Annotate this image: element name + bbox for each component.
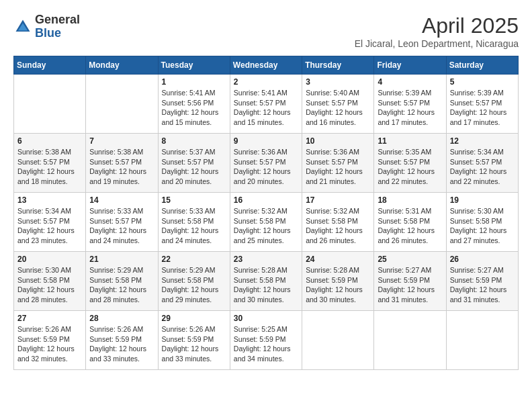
- day-info: Sunrise: 5:25 AMSunset: 5:59 PMDaylight:…: [234, 324, 298, 364]
- day-info: Sunrise: 5:38 AMSunset: 5:57 PMDaylight:…: [89, 147, 154, 187]
- day-cell: [86, 75, 158, 134]
- day-number: 26: [450, 255, 515, 264]
- day-cell: 20Sunrise: 5:30 AMSunset: 5:58 PMDayligh…: [14, 252, 86, 311]
- day-cell: 9Sunrise: 5:36 AMSunset: 5:57 PMDaylight…: [230, 134, 302, 193]
- day-number: 19: [450, 195, 515, 205]
- day-number: 5: [450, 77, 515, 87]
- day-number: 20: [17, 255, 82, 264]
- week-row-2: 6Sunrise: 5:38 AMSunset: 5:57 PMDaylight…: [14, 134, 519, 193]
- day-number: 16: [234, 195, 298, 205]
- day-info: Sunrise: 5:30 AMSunset: 5:58 PMDaylight:…: [450, 206, 515, 246]
- day-number: 25: [378, 255, 442, 264]
- calendar-table: SundayMondayTuesdayWednesdayThursdayFrid…: [13, 56, 519, 370]
- day-cell: 14Sunrise: 5:33 AMSunset: 5:57 PMDayligh…: [86, 193, 158, 252]
- day-cell: 7Sunrise: 5:38 AMSunset: 5:57 PMDaylight…: [86, 134, 158, 193]
- day-of-week-tuesday: Tuesday: [158, 56, 230, 75]
- day-cell: 27Sunrise: 5:26 AMSunset: 5:59 PMDayligh…: [14, 311, 86, 370]
- logo-icon: [13, 17, 32, 36]
- day-cell: 26Sunrise: 5:27 AMSunset: 5:59 PMDayligh…: [446, 252, 518, 311]
- day-info: Sunrise: 5:39 AMSunset: 5:57 PMDaylight:…: [378, 88, 442, 128]
- day-cell: 24Sunrise: 5:28 AMSunset: 5:59 PMDayligh…: [302, 252, 374, 311]
- day-number: 13: [17, 195, 82, 205]
- day-info: Sunrise: 5:32 AMSunset: 5:58 PMDaylight:…: [306, 206, 370, 246]
- day-cell: [446, 311, 518, 370]
- day-number: 18: [378, 195, 442, 205]
- day-number: 24: [306, 255, 370, 264]
- day-number: 1: [162, 77, 226, 87]
- day-cell: 4Sunrise: 5:39 AMSunset: 5:57 PMDaylight…: [374, 75, 446, 134]
- day-info: Sunrise: 5:36 AMSunset: 5:57 PMDaylight:…: [306, 147, 370, 187]
- day-number: 15: [162, 195, 226, 205]
- day-cell: 8Sunrise: 5:37 AMSunset: 5:57 PMDaylight…: [158, 134, 230, 193]
- day-info: Sunrise: 5:27 AMSunset: 5:59 PMDaylight:…: [378, 265, 442, 305]
- day-number: 27: [17, 314, 82, 323]
- day-info: Sunrise: 5:28 AMSunset: 5:59 PMDaylight:…: [306, 265, 370, 305]
- day-cell: 15Sunrise: 5:33 AMSunset: 5:58 PMDayligh…: [158, 193, 230, 252]
- day-number: 28: [89, 314, 154, 323]
- day-cell: 19Sunrise: 5:30 AMSunset: 5:58 PMDayligh…: [446, 193, 518, 252]
- day-info: Sunrise: 5:33 AMSunset: 5:58 PMDaylight:…: [162, 206, 226, 246]
- day-info: Sunrise: 5:27 AMSunset: 5:59 PMDaylight:…: [450, 265, 515, 305]
- day-number: 17: [306, 195, 370, 205]
- day-of-week-thursday: Thursday: [302, 56, 374, 75]
- day-of-week-sunday: Sunday: [14, 56, 86, 75]
- day-info: Sunrise: 5:33 AMSunset: 5:57 PMDaylight:…: [89, 206, 154, 246]
- day-info: Sunrise: 5:26 AMSunset: 5:59 PMDaylight:…: [162, 324, 226, 364]
- day-cell: 16Sunrise: 5:32 AMSunset: 5:58 PMDayligh…: [230, 193, 302, 252]
- day-number: 12: [450, 136, 515, 146]
- day-number: 8: [162, 136, 226, 146]
- day-info: Sunrise: 5:41 AMSunset: 5:56 PMDaylight:…: [162, 88, 226, 128]
- day-cell: 13Sunrise: 5:34 AMSunset: 5:57 PMDayligh…: [14, 193, 86, 252]
- day-info: Sunrise: 5:28 AMSunset: 5:58 PMDaylight:…: [234, 265, 298, 305]
- day-info: Sunrise: 5:37 AMSunset: 5:57 PMDaylight:…: [162, 147, 226, 187]
- day-of-week-wednesday: Wednesday: [230, 56, 302, 75]
- day-cell: 3Sunrise: 5:40 AMSunset: 5:57 PMDaylight…: [302, 75, 374, 134]
- location-subtitle: El Jicaral, Leon Department, Nicaragua: [355, 38, 519, 49]
- day-info: Sunrise: 5:34 AMSunset: 5:57 PMDaylight:…: [450, 147, 515, 187]
- day-number: 4: [378, 77, 442, 87]
- day-of-week-friday: Friday: [374, 56, 446, 75]
- logo-text: General Blue: [35, 13, 80, 40]
- calendar-body: 1Sunrise: 5:41 AMSunset: 5:56 PMDaylight…: [14, 75, 519, 370]
- day-cell: 22Sunrise: 5:29 AMSunset: 5:58 PMDayligh…: [158, 252, 230, 311]
- day-cell: 23Sunrise: 5:28 AMSunset: 5:58 PMDayligh…: [230, 252, 302, 311]
- day-number: 11: [378, 136, 442, 146]
- day-of-week-monday: Monday: [86, 56, 158, 75]
- day-number: 6: [17, 136, 82, 146]
- day-cell: 11Sunrise: 5:35 AMSunset: 5:57 PMDayligh…: [374, 134, 446, 193]
- day-cell: [374, 311, 446, 370]
- day-info: Sunrise: 5:32 AMSunset: 5:58 PMDaylight:…: [234, 206, 298, 246]
- week-row-4: 20Sunrise: 5:30 AMSunset: 5:58 PMDayligh…: [14, 252, 519, 311]
- day-number: 2: [234, 77, 298, 87]
- day-number: 9: [234, 136, 298, 146]
- day-info: Sunrise: 5:29 AMSunset: 5:58 PMDaylight:…: [162, 265, 226, 305]
- day-info: Sunrise: 5:29 AMSunset: 5:58 PMDaylight:…: [89, 265, 154, 305]
- day-info: Sunrise: 5:38 AMSunset: 5:57 PMDaylight:…: [17, 147, 82, 187]
- day-cell: 18Sunrise: 5:31 AMSunset: 5:58 PMDayligh…: [374, 193, 446, 252]
- day-info: Sunrise: 5:34 AMSunset: 5:57 PMDaylight:…: [17, 206, 82, 246]
- day-number: 22: [162, 255, 226, 264]
- day-cell: 17Sunrise: 5:32 AMSunset: 5:58 PMDayligh…: [302, 193, 374, 252]
- day-info: Sunrise: 5:26 AMSunset: 5:59 PMDaylight:…: [17, 324, 82, 364]
- day-cell: 12Sunrise: 5:34 AMSunset: 5:57 PMDayligh…: [446, 134, 518, 193]
- day-cell: 2Sunrise: 5:41 AMSunset: 5:57 PMDaylight…: [230, 75, 302, 134]
- day-cell: 1Sunrise: 5:41 AMSunset: 5:56 PMDaylight…: [158, 75, 230, 134]
- day-info: Sunrise: 5:40 AMSunset: 5:57 PMDaylight:…: [306, 88, 370, 128]
- day-of-week-saturday: Saturday: [446, 56, 518, 75]
- calendar-header: SundayMondayTuesdayWednesdayThursdayFrid…: [14, 56, 519, 75]
- title-block: April 2025 El Jicaral, Leon Department, …: [355, 13, 519, 49]
- page-header: General Blue April 2025 El Jicaral, Leon…: [13, 13, 519, 49]
- week-row-3: 13Sunrise: 5:34 AMSunset: 5:57 PMDayligh…: [14, 193, 519, 252]
- day-cell: 21Sunrise: 5:29 AMSunset: 5:58 PMDayligh…: [86, 252, 158, 311]
- day-number: 21: [89, 255, 154, 264]
- day-cell: 5Sunrise: 5:39 AMSunset: 5:57 PMDaylight…: [446, 75, 518, 134]
- day-number: 7: [89, 136, 154, 146]
- logo: General Blue: [13, 13, 80, 40]
- day-cell: 6Sunrise: 5:38 AMSunset: 5:57 PMDaylight…: [14, 134, 86, 193]
- month-title: April 2025: [355, 13, 519, 38]
- logo-blue-text: Blue: [35, 27, 80, 40]
- day-cell: 25Sunrise: 5:27 AMSunset: 5:59 PMDayligh…: [374, 252, 446, 311]
- day-number: 29: [162, 314, 226, 323]
- day-info: Sunrise: 5:39 AMSunset: 5:57 PMDaylight:…: [450, 88, 515, 128]
- day-info: Sunrise: 5:36 AMSunset: 5:57 PMDaylight:…: [234, 147, 298, 187]
